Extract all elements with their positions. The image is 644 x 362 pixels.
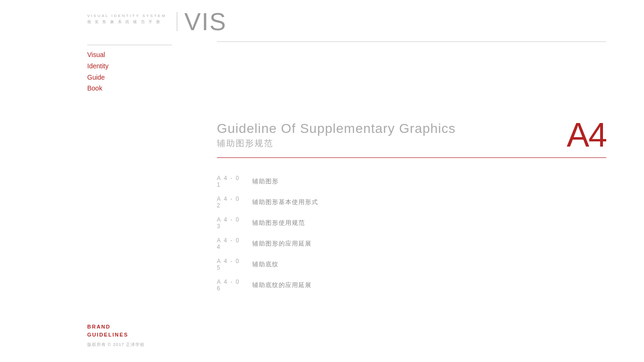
toc-code: A 4 - 0 3 <box>217 216 245 230</box>
footer-brand-line2: GUIDELINES <box>87 331 145 339</box>
section-number: A4 <box>567 118 606 152</box>
toc-item: A 4 - 0 2辅助图形基本使用形式 <box>217 192 606 213</box>
toc-code: A 4 - 0 6 <box>217 279 245 292</box>
toc-desc: 辅助底纹的应用延展 <box>252 281 312 289</box>
toc-desc: 辅助图形基本使用形式 <box>252 198 318 206</box>
sidebar-item-visual[interactable]: Visual <box>87 49 172 61</box>
header-line <box>217 41 606 42</box>
toc-item: A 4 - 0 6辅助底纹的应用延展 <box>217 275 606 296</box>
footer-copyright: 版权所有 © 2017 正泽学校 <box>87 342 145 348</box>
toc-desc: 辅助图形的应用延展 <box>252 239 312 248</box>
vis-label-cn: 视 觉 形 象 系 统 规 范 手 册 <box>87 19 172 25</box>
toc-code: A 4 - 0 1 <box>217 175 245 188</box>
toc-code: A 4 - 0 5 <box>217 258 245 271</box>
footer: BRAND GUIDELINES 版权所有 © 2017 正泽学校 <box>87 323 145 348</box>
header-left-block: VISUAL IDENTITY SYSTEM 视 觉 形 象 系 统 规 范 手… <box>87 13 172 25</box>
sidebar-nav: Visual Identity Guide Book <box>87 49 172 94</box>
section-title-cn: 辅助图形规范 <box>217 137 456 150</box>
main-content: Guideline Of Supplementary Graphics 辅助图形… <box>217 120 606 296</box>
toc-desc: 辅助图形 <box>252 177 279 186</box>
section-title-en: Guideline Of Supplementary Graphics <box>217 120 456 137</box>
sidebar-item-book[interactable]: Book <box>87 83 172 94</box>
section-header: Guideline Of Supplementary Graphics 辅助图形… <box>217 120 606 157</box>
section-divider <box>217 157 606 158</box>
toc-list: A 4 - 0 1辅助图形A 4 - 0 2辅助图形基本使用形式A 4 - 0 … <box>217 171 606 296</box>
toc-item: A 4 - 0 3辅助图形使用规范 <box>217 213 606 233</box>
sidebar-item-guide[interactable]: Guide <box>87 72 172 83</box>
sidebar-top-divider <box>87 45 172 45</box>
toc-item: A 4 - 0 5辅助底纹 <box>217 254 606 275</box>
toc-desc: 辅助图形使用规范 <box>252 219 305 227</box>
sidebar-item-identity[interactable]: Identity <box>87 61 172 72</box>
sidebar-nav-list: Visual Identity Guide Book <box>87 49 172 94</box>
toc-item: A 4 - 0 4辅助图形的应用延展 <box>217 233 606 254</box>
header-vis-block: VIS <box>177 9 227 34</box>
section-titles: Guideline Of Supplementary Graphics 辅助图形… <box>217 120 456 150</box>
toc-code: A 4 - 0 4 <box>217 237 245 250</box>
toc-desc: 辅助底纹 <box>252 260 279 269</box>
toc-item: A 4 - 0 1辅助图形 <box>217 171 606 192</box>
header-vis-divider <box>177 12 177 31</box>
vis-label-en: VISUAL IDENTITY SYSTEM <box>87 13 172 19</box>
footer-brand-line1: BRAND <box>87 323 145 331</box>
vis-big-text: VIS <box>184 9 227 34</box>
toc-code: A 4 - 0 2 <box>217 196 245 209</box>
